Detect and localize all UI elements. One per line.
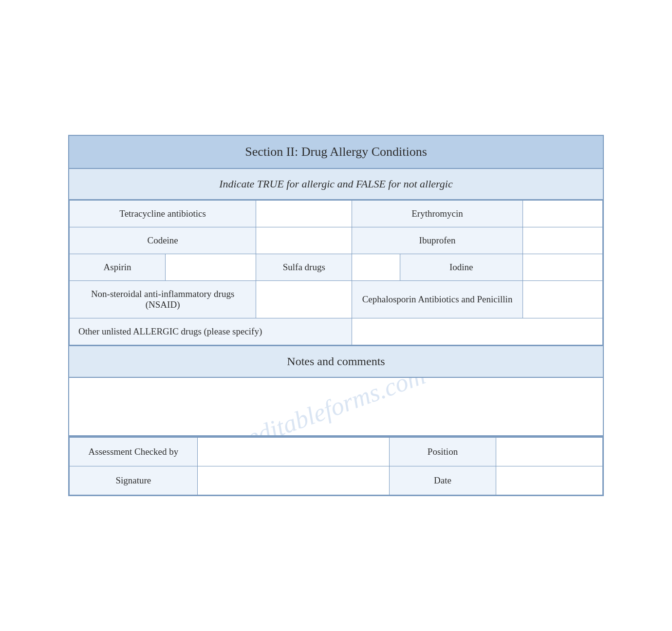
watermark-text: editableforms.com [243, 378, 429, 436]
date-value[interactable] [496, 466, 602, 495]
codeine-value[interactable] [256, 227, 352, 254]
codeine-label: Codeine [70, 227, 256, 254]
footer-table: Assessment Checked by Position Signature… [69, 437, 603, 495]
bottom-section: Assessment Checked by Position Signature… [69, 436, 603, 495]
nsaid-label: Non-steroidal anti-inflammatory drugs (N… [70, 281, 256, 318]
other-drugs-value[interactable] [352, 318, 603, 345]
notes-header: Notes and comments [69, 345, 603, 378]
form-wrapper: Section II: Drug Allergy Conditions Indi… [68, 135, 604, 496]
sulfa-label: Sulfa drugs [256, 254, 352, 281]
aspirin-value[interactable] [166, 254, 256, 281]
ibuprofen-label: Ibuprofen [352, 227, 523, 254]
cephalosporin-label: Cephalosporin Antibiotics and Penicillin [352, 281, 523, 318]
table-row: Non-steroidal anti-inflammatory drugs (N… [70, 281, 603, 318]
date-label: Date [389, 466, 496, 495]
ibuprofen-value[interactable] [523, 227, 602, 254]
notes-title: Notes and comments [287, 355, 385, 368]
aspirin-label: Aspirin [70, 254, 166, 281]
iodine-label: Iodine [400, 254, 523, 281]
cephalosporin-value[interactable] [523, 281, 602, 318]
signature-label: Signature [70, 466, 198, 495]
sulfa-value[interactable] [352, 254, 400, 281]
assessment-row: Assessment Checked by Position [70, 438, 603, 466]
section-header: Section II: Drug Allergy Conditions [69, 136, 603, 169]
nsaid-value[interactable] [256, 281, 352, 318]
table-row: Aspirin Sulfa drugs Iodine [70, 254, 603, 281]
iodine-value[interactable] [523, 254, 602, 281]
table-row: Codeine Ibuprofen [70, 227, 603, 254]
instruction-text: Indicate TRUE for allergic and FALSE for… [219, 178, 452, 190]
notes-content[interactable]: editableforms.com [69, 378, 603, 436]
assessment-label: Assessment Checked by [70, 438, 198, 466]
erythromycin-label: Erythromycin [352, 201, 523, 227]
table-row: Tetracycline antibiotics Erythromycin [70, 201, 603, 227]
position-value[interactable] [496, 438, 602, 466]
drug-allergy-table: Tetracycline antibiotics Erythromycin Co… [69, 200, 603, 345]
signature-row: Signature Date [70, 466, 603, 495]
position-label: Position [389, 438, 496, 466]
assessment-value[interactable] [197, 438, 389, 466]
signature-value[interactable] [197, 466, 389, 495]
other-drugs-label: Other unlisted ALLERGIC drugs (please sp… [70, 318, 352, 345]
tetracycline-label: Tetracycline antibiotics [70, 201, 256, 227]
erythromycin-value[interactable] [523, 201, 602, 227]
table-row: Other unlisted ALLERGIC drugs (please sp… [70, 318, 603, 345]
tetracycline-value[interactable] [256, 201, 352, 227]
instruction-row: Indicate TRUE for allergic and FALSE for… [69, 169, 603, 200]
section-title: Section II: Drug Allergy Conditions [245, 145, 427, 159]
